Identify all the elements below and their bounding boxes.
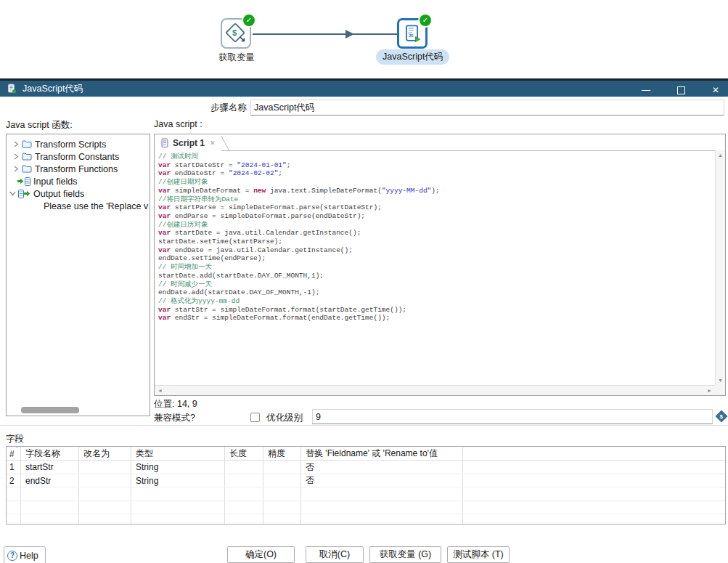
chevron-right-icon[interactable] [14,153,19,160]
table-cell[interactable] [7,487,21,501]
code-line[interactable]: startDate.setTime(startParse); [158,238,711,246]
table-cell[interactable] [263,514,301,524]
chevron-down-icon[interactable] [9,191,16,196]
functions-tree[interactable]: Transform ScriptsTransform ConstantsTran… [6,134,150,416]
table-cell[interactable] [131,501,225,514]
table-row[interactable]: 1startStrString否 [7,461,725,474]
code-line[interactable]: endDate.add(startDate.DAY_OF_MONTH,-1); [158,288,711,297]
table-header-cell[interactable]: 替换 'Fieldname' 或 'Rename to'值 [301,447,463,460]
code-line[interactable]: var endDate = java.util.Calendar.getInst… [158,246,711,255]
table-cell[interactable] [131,487,225,501]
table-cell[interactable] [263,461,301,474]
table-cell[interactable] [225,514,263,524]
table-header-cell[interactable]: 精度 [263,447,301,460]
chevron-right-icon[interactable] [14,141,19,147]
table-header-cell[interactable]: 字段名称 [21,447,79,460]
tree-item-transform-scripts[interactable]: Transform Scripts [7,138,150,150]
table-cell[interactable]: 否 [301,474,463,487]
table-cell[interactable] [7,514,21,524]
editor-vertical-scrollbar[interactable]: ▲ ▼ [715,150,725,385]
code-line[interactable]: // 测试时间 [158,153,711,161]
table-cell[interactable] [21,514,79,524]
table-cell[interactable]: 2 [7,474,21,487]
table-cell[interactable]: 否 [301,461,463,474]
code-line[interactable]: var startDate = java.util.Calendar.getIn… [158,229,711,238]
code-line[interactable]: // 时间减少一天 [158,280,711,289]
code-line[interactable]: //创建日期对象 [158,178,711,187]
code-line[interactable]: var endParse = simpleDateFormat.parse(en… [158,212,711,221]
table-cell[interactable] [79,514,131,524]
table-cell[interactable] [7,501,21,514]
table-cell[interactable]: startStr [21,461,79,474]
table-cell[interactable] [79,501,131,514]
tree-item-input-fields[interactable]: Input fields [7,175,150,187]
table-header-cell[interactable]: 改名为 [79,447,131,460]
step-name-input[interactable] [250,100,724,116]
code-line[interactable]: var startDateStr = "2024-01-01"; [158,161,711,170]
table-cell[interactable] [79,487,131,501]
table-header-cell[interactable]: #ˆ [7,447,21,460]
code-line[interactable]: // 时间增加一天 [158,263,711,272]
code-line[interactable]: var startStr = simpleDateFormat.format(s… [158,306,711,315]
table-cell[interactable] [263,474,301,487]
editor-horizontal-scrollbar[interactable]: ◄ ► [155,385,715,395]
tree-horizontal-scrollbar[interactable] [21,407,79,413]
optimization-level-input[interactable] [312,409,713,424]
compat-mode-checkbox[interactable] [250,413,260,422]
table-cell[interactable]: 1 [7,461,21,474]
ok-button[interactable]: 确定(O) [227,546,295,563]
table-cell[interactable] [225,474,263,487]
code-line[interactable]: endDate.setTime(endParse); [158,254,711,263]
table-cell[interactable] [301,501,463,514]
table-cell[interactable] [21,501,79,514]
table-cell[interactable]: String [131,461,225,474]
code-line[interactable]: var endDateStr = "2024-02-02"; [158,169,711,178]
table-cell[interactable] [225,461,263,474]
table-cell[interactable] [79,474,131,487]
scroll-left-icon[interactable]: ◄ [158,388,163,393]
transformation-canvas[interactable]: $ ✓ 获取变量 JS ✓ JavaScript代码 [0,0,728,78]
tab-close-icon[interactable]: ✕ [210,139,216,147]
table-cell[interactable] [263,487,301,501]
table-cell[interactable] [131,514,225,524]
table-row[interactable] [7,487,725,501]
code-line[interactable]: // 格式化为yyyy-mm-dd [158,297,711,306]
code-line[interactable]: startDate.add(startDate.DAY_OF_MONTH,1); [158,272,711,280]
code-editor-area[interactable]: // 测试时间var startDateStr = "2024-01-01";v… [155,151,714,384]
table-cell[interactable] [301,514,463,524]
table-cell[interactable]: endStr [21,474,79,487]
tab-script1[interactable]: Script 1 ✕ [155,134,221,151]
scroll-up-icon[interactable]: ▲ [716,153,725,158]
code-line[interactable]: var endStr = simpleDateFormat.format(end… [158,314,711,323]
chevron-right-icon[interactable] [14,166,19,172]
help-button[interactable]: ? Help [4,546,46,563]
table-cell[interactable] [263,501,301,514]
maximize-button[interactable] [668,83,693,97]
tree-item-transform-constants[interactable]: Transform Constants [7,150,150,163]
table-cell[interactable] [225,501,263,514]
scroll-down-icon[interactable]: ▼ [716,378,725,383]
tree-item-output-fields[interactable]: Output fields [7,187,150,200]
table-cell[interactable]: String [131,474,225,487]
table-row[interactable]: 2endStrString否 [7,474,725,488]
table-row[interactable] [7,501,725,515]
tree-item-transform-functions[interactable]: Transform Functions [7,163,150,175]
table-header-cell[interactable]: 长度 [225,447,263,460]
table-header-cell[interactable]: 类型 [131,447,225,460]
test-script-button[interactable]: 测试脚本 (T) [447,546,510,563]
cancel-button[interactable]: 取消(C) [306,546,364,563]
get-variables-button[interactable]: 获取变量 (G) [369,546,441,563]
table-cell[interactable] [301,487,463,501]
code-line[interactable]: var simpleDateFormat = new java.text.Sim… [158,187,711,195]
tree-item-please-use-the-replace-v[interactable]: Please use the 'Replace v [7,200,150,212]
fields-table[interactable]: #ˆ字段名称改名为类型长度精度替换 'Fieldname' 或 'Rename … [6,446,726,524]
table-cell[interactable] [79,461,131,474]
code-line[interactable]: //创建日历对象 [158,221,711,230]
scroll-right-icon[interactable]: ► [707,388,712,393]
table-cell[interactable] [21,487,79,501]
table-cell[interactable] [225,487,263,501]
close-button[interactable]: ✕ [703,83,728,97]
code-line[interactable]: var startParse = simpleDateFormat.parse(… [158,203,711,212]
table-row[interactable] [7,514,725,524]
minimize-button[interactable]: — [634,83,658,97]
